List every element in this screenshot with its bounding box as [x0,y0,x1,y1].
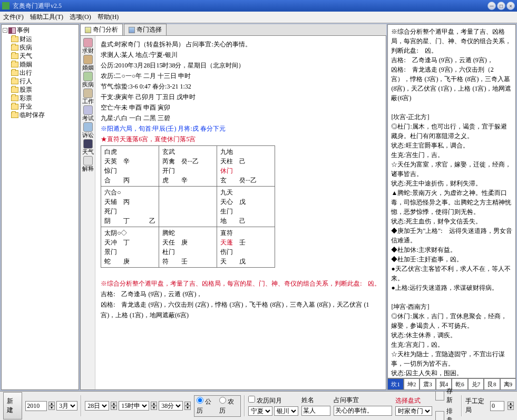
palace-tab[interactable]: 艮8 [484,378,500,390]
palace-tab[interactable]: 坤2 [404,378,420,390]
min-spinner[interactable]: ▴▾ [184,402,191,410]
tree-item[interactable]: 开业 [11,102,77,111]
line-ganzhi: 干支:庚寅年 己卯月 丁丑日 戊申时 [101,92,381,102]
paipan-icon[interactable] [435,411,444,420]
main-content: 盘式:时家奇门（转盘拆补局） 占问事宜:关心的事情。 求测人:某人 地点:宁夏-… [95,36,386,389]
tree-item[interactable]: 财运 [11,35,77,43]
collapse-icon[interactable]: - [3,28,7,33]
tree-item[interactable]: 婚姻 [11,60,77,69]
tree-root[interactable]: - 事例 [3,26,77,35]
tab-analysis[interactable]: 奇门分析 [80,24,123,35]
palace-tab[interactable]: 坎1 [387,378,403,390]
paipan-label[interactable]: 排盘 [446,407,458,420]
tree-item[interactable]: 行人 [11,77,77,85]
province-select[interactable]: 宁夏 [248,406,272,416]
day-spinner[interactable]: ▴▾ [111,402,117,410]
line-gongli: 公历:2010年3月28日15时38分，星期日（北京时间） [101,60,381,71]
tree-root-label: 事例 [17,26,30,35]
palace-tab[interactable]: 兑7 [468,378,484,390]
iconbar-label: 诉讼 [82,132,94,138]
tree-item-label: 出行 [19,69,32,77]
manual-spinner[interactable]: ▴▾ [508,402,514,410]
menu-opt[interactable]: 选项(O) [70,13,91,22]
city-select[interactable]: 银川 [274,406,298,416]
grid-cell: 九地天柱 己休门玄 癸···乙 [217,146,275,187]
tree-item[interactable]: 彩票 [11,94,77,102]
book-icon [8,27,16,34]
line-jieqi: 节气:惊蛰:3-6 0:47 春分:3-21 1:32 [101,81,381,92]
folder-icon [11,95,18,101]
hour-select[interactable]: 15时申 [119,401,149,411]
folder-icon [11,62,18,67]
minimize-button[interactable]: ─ [487,2,496,10]
save-icon[interactable] [435,391,444,401]
tree-item-label: 疾病 [19,43,32,52]
folder-icon [11,70,18,76]
iconbar-label: 求财 [82,47,94,54]
tree-item[interactable]: 股票 [11,85,77,94]
day-select[interactable]: 28日 [85,401,109,411]
line-nongli: 农历:二○一○年 二月 十三日 申时 [101,71,381,81]
summary-jige: 吉格: 乙奇逢马 (9宫)，云遁 (9宫)， [101,289,381,299]
tree-item[interactable]: 疾病 [11,43,77,52]
summary-1: ※综合分析整个遁甲盘，考量了吉、凶格局，每宫的星、门、神、奇仪的组合关系，判断此… [101,278,381,289]
new-button[interactable]: 新建 [3,392,22,419]
grid-cell: 直符天蓬 壬伤门天 戊 [217,227,275,268]
window-title: 玄奥奇门遁甲v2.5 [13,2,487,11]
iconbar-item[interactable]: 考试 [82,105,94,121]
iconbar: 求财婚姻疾病工作考试诉讼天气解释 [81,36,95,389]
maximize-button[interactable]: □ [497,2,505,10]
year-input[interactable] [25,401,47,411]
manual-label: 手工定局 [465,397,487,415]
line-panshi: 盘式:时家奇门（转盘拆补局） 占问事宜:关心的事情。 [101,39,381,50]
panshi-select[interactable]: 时家奇门 [395,406,432,416]
category-icon [83,38,93,47]
tree-item[interactable]: 临时保存 [11,111,77,119]
check-runyue[interactable]: 农历闰月 [248,397,282,404]
tree-item[interactable]: 天气 [11,52,77,60]
year-spinner[interactable]: ▴▾ [48,402,55,410]
radio-gongli[interactable]: 公历 [197,397,216,415]
tab-select[interactable]: 奇门选择 [124,24,167,35]
palace-tab[interactable]: 震3 [420,378,435,390]
bottombar: 新建 ▴▾ 3月 28日 ▴▾ 15时申 ▴▾ 38分 ▴▾ 公历 农历 农历闰… [0,391,517,420]
category-icon [83,139,93,149]
grid-cell: 腾蛇天任 庚杜门符 壬 [159,227,217,268]
palace-tab[interactable]: 离9 [500,378,516,390]
save-label[interactable]: 存新 [446,387,458,405]
ask-input[interactable] [334,406,392,416]
tree-item-label: 行人 [19,77,32,85]
iconbar-item[interactable]: 疾病 [82,72,94,87]
category-icon [83,89,93,98]
summary-xiongge: 凶格: 青龙逃走 (9宫)，六仪击刑 (2宫)，悖格 (3宫)，飞干格 (8宫)… [101,299,381,320]
name-input[interactable] [301,406,330,416]
tree-item-label: 彩票 [19,94,32,102]
iconbar-label: 天气 [82,149,94,155]
month-select[interactable]: 3月 [56,401,77,411]
line-kongwang: 空亡:午未 申酉 申酉 寅卯 [101,102,381,113]
line-yangdun: ※阳遁六局，旬首:甲辰(壬) 月将:戌 春分下元 [101,123,381,134]
label-name: 姓名 [301,396,314,404]
menu-aux[interactable]: 辅助工具(T) [30,13,63,22]
iconbar-item[interactable]: 天气 [82,139,94,155]
category-icon [83,105,93,115]
menu-help[interactable]: 帮助(H) [97,13,119,22]
iconbar-item[interactable]: 婚姻 [82,55,94,71]
iconbar-item[interactable]: 解释 [82,156,94,172]
menu-file[interactable]: 文件(F) [3,13,24,22]
radio-nongli[interactable]: 农历 [219,397,239,415]
iconbar-item[interactable]: 诉讼 [82,122,94,138]
grid-cell: 玄武芮禽 癸···乙开门虎 辛 [159,146,217,187]
close-button[interactable]: × [506,2,515,10]
iconbar-item[interactable]: 求财 [82,38,94,54]
tree-item[interactable]: 出行 [11,69,77,77]
manual-input[interactable] [490,401,504,411]
iconbar-label: 疾病 [82,81,94,87]
grid-cell [159,187,217,227]
iconbar-item[interactable]: 工作 [82,89,94,104]
folder-icon [11,36,18,42]
line-person: 求测人:某人 地点:宁夏-银川 [101,50,381,60]
hour-spinner[interactable]: ▴▾ [151,402,157,410]
line-jiuxing: 九星:八白 一白 二黑 三碧 [101,113,381,123]
min-select[interactable]: 38分 [159,401,183,411]
